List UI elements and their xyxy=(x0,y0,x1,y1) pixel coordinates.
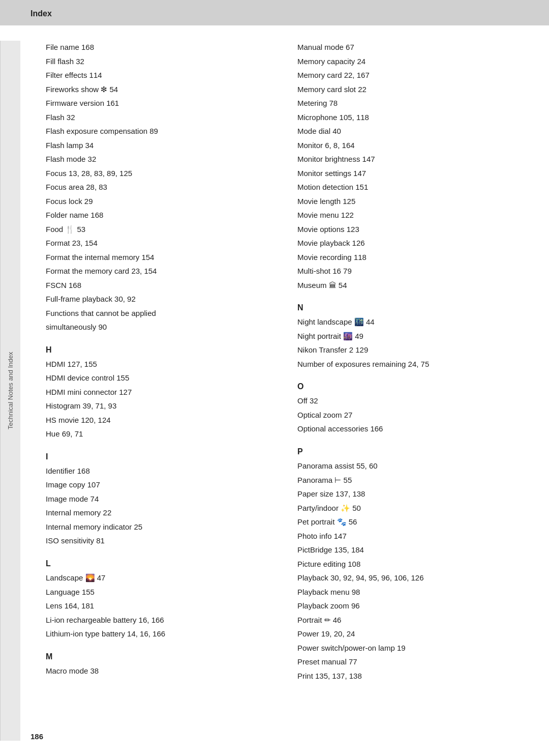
list-item: Portrait ✏ 46 xyxy=(297,614,529,627)
list-item: Monitor settings 147 xyxy=(297,167,529,180)
right-column: Manual mode 67Memory capacity 24Memory c… xyxy=(297,41,529,741)
list-item: Panorama assist 55, 60 xyxy=(297,459,529,473)
list-item: Focus area 28, 83 xyxy=(46,181,277,194)
list-item: Nikon Transfer 2 129 xyxy=(297,343,529,357)
list-item: Motion detection 151 xyxy=(297,181,529,194)
list-item: Optical zoom 27 xyxy=(297,409,529,422)
section-header: L xyxy=(46,557,277,570)
list-item: Movie menu 122 xyxy=(297,209,529,222)
list-item: Movie options 123 xyxy=(297,223,529,236)
list-item: Night landscape 🌃 44 xyxy=(297,315,529,329)
list-item: Pet portrait 🐾 56 xyxy=(297,515,529,529)
list-item: Memory capacity 24 xyxy=(297,55,529,68)
list-item: Microphone 105, 118 xyxy=(297,111,529,124)
list-item: Li-ion rechargeable battery 16, 166 xyxy=(46,614,277,627)
list-item: Format the internal memory 154 xyxy=(46,251,277,264)
list-item: Number of exposures remaining 24, 75 xyxy=(297,358,529,371)
list-item: Identifier 168 xyxy=(46,464,277,478)
list-item: FSCN 168 xyxy=(46,279,277,292)
list-item: Party/indoor ✨ 50 xyxy=(297,502,529,515)
page-title: Index xyxy=(30,9,52,18)
list-item: ISO sensitivity 81 xyxy=(46,534,277,547)
list-item: Lens 164, 181 xyxy=(46,599,277,613)
list-item: Memory card 22, 167 xyxy=(297,69,529,82)
list-item: Internal memory 22 xyxy=(46,506,277,519)
list-item: Power 19, 20, 24 xyxy=(297,627,529,641)
list-item: Macro mode 38 xyxy=(46,664,277,678)
section-header: O xyxy=(297,380,529,393)
list-item: Manual mode 67 xyxy=(297,41,529,54)
list-item: Photo info 147 xyxy=(297,530,529,543)
list-item: File name 168 xyxy=(46,41,277,54)
list-item: Flash mode 32 xyxy=(46,153,277,166)
list-item: Internal memory indicator 25 xyxy=(46,520,277,534)
list-item: Flash exposure compensation 89 xyxy=(46,125,277,138)
list-item: Focus 13, 28, 83, 89, 125 xyxy=(46,167,277,180)
header-bar: Index xyxy=(0,0,549,25)
side-tab-label: Technical Notes and Index xyxy=(0,41,20,741)
list-item: HDMI 127, 155 xyxy=(46,358,277,371)
left-column: File name 168Fill flash 32Filter effects… xyxy=(46,41,277,741)
list-item: Optional accessories 166 xyxy=(297,422,529,435)
list-item: Flash 32 xyxy=(46,111,277,124)
list-item: Panorama ⊢ 55 xyxy=(297,474,529,487)
section-header: M xyxy=(46,650,277,663)
list-item: HDMI mini connector 127 xyxy=(46,386,277,399)
list-item: Language 155 xyxy=(46,586,277,599)
list-item: Movie playback 126 xyxy=(297,237,529,250)
list-item: Picture editing 108 xyxy=(297,558,529,571)
list-item: HDMI device control 155 xyxy=(46,371,277,385)
list-item: Preset manual 77 xyxy=(297,655,529,668)
list-item: Multi-shot 16 79 xyxy=(297,265,529,278)
list-item: simultaneously 90 xyxy=(46,321,277,334)
list-item: Monitor brightness 147 xyxy=(297,153,529,166)
section-header: I xyxy=(46,450,277,463)
list-item: Playback menu 98 xyxy=(297,586,529,599)
list-item: Mode dial 40 xyxy=(297,125,529,138)
list-item: Fill flash 32 xyxy=(46,55,277,68)
list-item: Museum 🏛 54 xyxy=(297,279,529,292)
list-item: Filter effects 114 xyxy=(46,69,277,82)
list-item: Landscape 🌄 47 xyxy=(46,571,277,585)
list-item: Format 23, 154 xyxy=(46,237,277,250)
section-header: H xyxy=(46,343,277,357)
list-item: Folder name 168 xyxy=(46,209,277,222)
list-item: Flash lamp 34 xyxy=(46,139,277,152)
list-item: Off 32 xyxy=(297,394,529,408)
list-item: Movie length 125 xyxy=(297,195,529,208)
list-item: Lithium-ion type battery 14, 16, 166 xyxy=(46,627,277,641)
list-item: Format the memory card 23, 154 xyxy=(46,265,277,278)
list-item: Fireworks show ❇ 54 xyxy=(46,83,277,96)
list-item: HS movie 120, 124 xyxy=(46,414,277,427)
list-item: Metering 78 xyxy=(297,97,529,110)
page: Index Technical Notes and Index File nam… xyxy=(0,0,549,756)
main-columns: File name 168Fill flash 32Filter effects… xyxy=(25,41,549,741)
section-header: P xyxy=(297,445,529,458)
list-item: Movie recording 118 xyxy=(297,251,529,264)
page-number: 186 xyxy=(30,732,43,741)
list-item: Functions that cannot be applied xyxy=(46,307,277,320)
list-item: Full-frame playback 30, 92 xyxy=(46,293,277,306)
list-item: Hue 69, 71 xyxy=(46,427,277,441)
list-item: Playback zoom 96 xyxy=(297,599,529,613)
list-item: Night portrait 🌆 49 xyxy=(297,330,529,343)
list-item: Print 135, 137, 138 xyxy=(297,670,529,683)
list-item: Food 🍴 53 xyxy=(46,223,277,236)
list-item: Firmware version 161 xyxy=(46,97,277,110)
content-area: Technical Notes and Index File name 168F… xyxy=(0,25,549,756)
list-item: Paper size 137, 138 xyxy=(297,487,529,501)
list-item: Monitor 6, 8, 164 xyxy=(297,139,529,152)
list-item: Focus lock 29 xyxy=(46,195,277,208)
list-item: Power switch/power-on lamp 19 xyxy=(297,642,529,655)
list-item: Memory card slot 22 xyxy=(297,83,529,96)
list-item: Playback 30, 92, 94, 95, 96, 106, 126 xyxy=(297,571,529,585)
list-item: Image mode 74 xyxy=(46,492,277,506)
list-item: Image copy 107 xyxy=(46,478,277,491)
list-item: Histogram 39, 71, 93 xyxy=(46,399,277,413)
section-header: N xyxy=(297,301,529,314)
list-item: PictBridge 135, 184 xyxy=(297,543,529,557)
